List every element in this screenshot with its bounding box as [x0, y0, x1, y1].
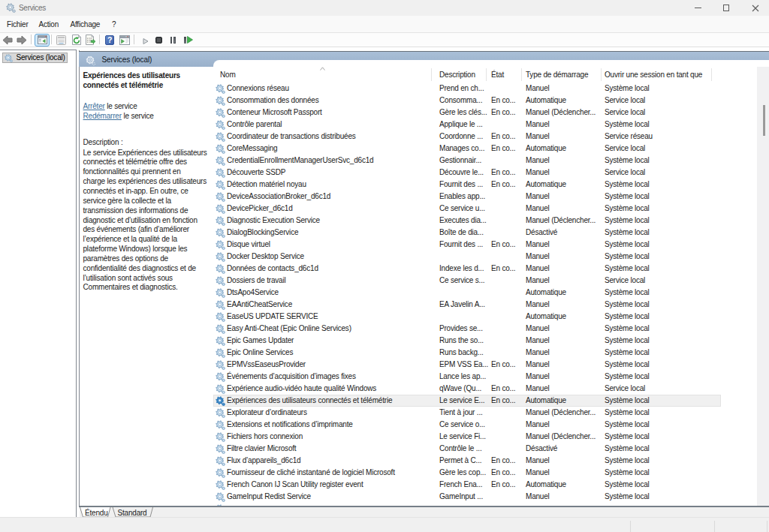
svg-text:?: ?	[107, 35, 112, 44]
